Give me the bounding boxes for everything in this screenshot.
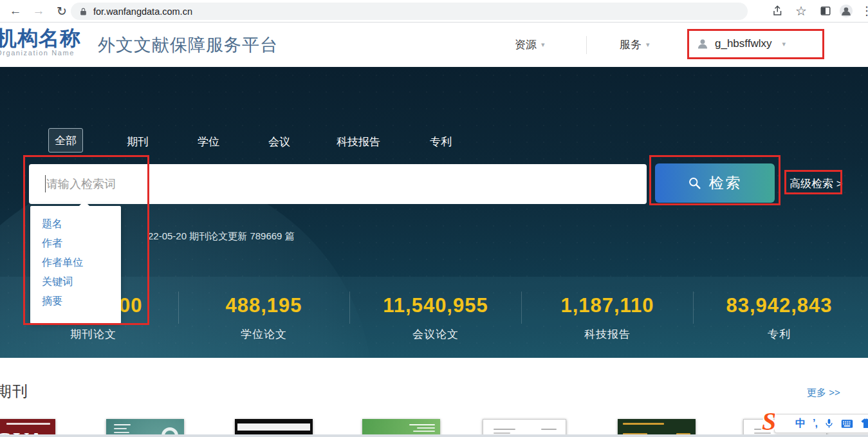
- forward-button[interactable]: →: [30, 2, 48, 20]
- url-text: for.wanfangdata.com.cn: [93, 6, 192, 17]
- cover-text-bar: [114, 424, 131, 425]
- stat-divider: [693, 292, 694, 324]
- address-bar[interactable]: for.wanfangdata.com.cn: [71, 3, 748, 20]
- username-text: g_hbsffwlxy: [715, 37, 772, 50]
- stat-value-journal-papers: 00: [119, 294, 142, 317]
- nav-resources[interactable]: 资源▾: [515, 37, 545, 52]
- cover-text-bar: [413, 431, 435, 432]
- bookmark-star-icon[interactable]: ☆: [793, 3, 809, 19]
- chevron-down-icon: ▾: [646, 41, 650, 48]
- tab-patents[interactable]: 专利: [430, 135, 452, 149]
- cover-text-bar: [114, 428, 127, 429]
- stat-label-patents: 专利: [715, 327, 844, 342]
- organization-logo[interactable]: 机构名称 Organization Name: [0, 27, 81, 57]
- page-title: 外文文献保障服务平台: [98, 33, 278, 57]
- dropdown-option-keywords[interactable]: 关键词: [30, 272, 121, 292]
- search-button-label: 检索: [709, 173, 743, 193]
- dropdown-option-author[interactable]: 作者: [30, 234, 121, 253]
- tab-tech-reports[interactable]: 科技报告: [337, 135, 380, 149]
- cover-text-bar: [114, 432, 129, 433]
- text-cursor: [45, 175, 46, 192]
- update-notice: 22-05-20 期刊论文更新 789669 篇: [148, 230, 295, 243]
- dropdown-option-title[interactable]: 题名: [30, 214, 121, 234]
- user-account-menu[interactable]: g_hbsffwlxy ▾: [696, 37, 786, 50]
- cover-header-strip: [237, 423, 310, 431]
- stats-band: [0, 277, 868, 358]
- stat-label-conference-papers: 会议论文: [371, 327, 500, 342]
- search-field-dropdown: 题名 作者 作者单位 关键词 摘要: [30, 206, 121, 324]
- ime-voice-icon[interactable]: [824, 418, 834, 429]
- cover-text-bar: [6, 423, 50, 425]
- tab-journals[interactable]: 期刊: [127, 135, 149, 149]
- ime-punctuation-toggle[interactable]: ’,: [813, 418, 817, 429]
- chevron-down-icon: ▾: [541, 41, 545, 48]
- chevron-down-icon: ▾: [782, 40, 786, 48]
- tab-all[interactable]: 全部: [48, 128, 83, 153]
- tab-degrees[interactable]: 学位: [198, 135, 219, 149]
- lock-icon: [79, 7, 88, 16]
- site-header: 机构名称 Organization Name 外文文献保障服务平台 资源▾ 服务…: [0, 23, 868, 67]
- cover-text-bar: [541, 429, 557, 430]
- sogou-logo-icon[interactable]: S: [762, 408, 776, 435]
- cover-text-bar: [417, 427, 435, 429]
- search-icon: [688, 176, 701, 190]
- advanced-search-link[interactable]: 高级检索 >: [790, 176, 843, 191]
- dropdown-option-abstract[interactable]: 摘要: [30, 292, 121, 311]
- ime-keyboard-icon[interactable]: [841, 419, 853, 429]
- stat-value-tech-reports: 1,187,110: [543, 294, 672, 317]
- journals-more-link[interactable]: 更多 >>: [807, 387, 840, 399]
- reload-button[interactable]: ↻: [53, 2, 71, 20]
- hero-banner: 全部 期刊 学位 会议 科技报告 专利 检索 高级检索 > 22-05-20 期…: [0, 67, 868, 358]
- search-input[interactable]: [29, 164, 647, 204]
- back-button[interactable]: ←: [6, 2, 24, 20]
- browser-menu-icon[interactable]: ⋮: [858, 3, 868, 19]
- cover-text-bar: [409, 424, 435, 425]
- side-panel-icon[interactable]: [817, 3, 834, 19]
- stat-divider: [178, 292, 179, 324]
- organization-logo-cn: 机构名称: [0, 27, 81, 49]
- browser-toolbar: ← → ↻ for.wanfangdata.com.cn ☆: [0, 0, 868, 23]
- stat-divider: [349, 292, 350, 324]
- ime-language-toggle[interactable]: 中: [795, 417, 806, 431]
- user-icon: [696, 37, 709, 50]
- cover-text-bar: [494, 429, 515, 430]
- nav-services[interactable]: 服务▾: [620, 37, 650, 52]
- tab-conferences[interactable]: 会议: [268, 135, 290, 149]
- cover-text-bar: [623, 423, 664, 425]
- dropdown-option-affiliation[interactable]: 作者单位: [30, 253, 121, 272]
- stat-value-dissertations: 488,195: [199, 294, 328, 317]
- stat-value-conference-papers: 11,540,955: [371, 294, 500, 317]
- ime-toolbar: S 中 ’,: [774, 414, 868, 433]
- organization-logo-en: Organization Name: [0, 49, 81, 57]
- ime-skin-icon[interactable]: [860, 418, 868, 429]
- stat-label-tech-reports: 科技报告: [543, 327, 672, 342]
- stat-divider: [521, 292, 522, 324]
- share-icon[interactable]: [770, 3, 786, 19]
- journals-section-title: 期刊: [0, 381, 28, 402]
- search-bar: [29, 164, 647, 204]
- stat-label-dissertations: 学位论文: [199, 327, 328, 342]
- header-divider: [586, 36, 587, 54]
- stat-value-patents: 83,942,843: [715, 294, 844, 317]
- bottom-edge-strip: [0, 434, 868, 437]
- stat-label-journal-papers: 期刊论文: [29, 327, 158, 342]
- cover-text-bar: [494, 432, 510, 434]
- browser-profile-avatar[interactable]: [838, 3, 854, 19]
- search-button[interactable]: 检索: [655, 163, 775, 203]
- browser-window: ← → ↻ for.wanfangdata.com.cn ☆: [0, 0, 868, 437]
